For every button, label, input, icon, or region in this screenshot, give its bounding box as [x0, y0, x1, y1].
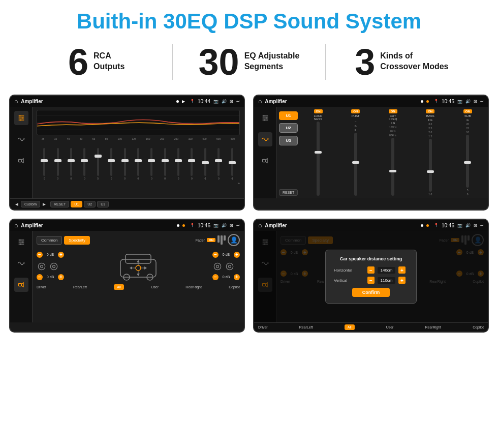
- location-icon: 📍: [190, 99, 195, 103]
- dist-driver-label: Driver: [258, 325, 268, 329]
- slider-63[interactable]: 5: [94, 148, 103, 180]
- label-cutfreq: CUTFREQ: [389, 114, 397, 121]
- home-icon[interactable]: ⌂: [14, 98, 18, 105]
- minus-btn-bl[interactable]: −: [37, 274, 43, 280]
- eq-screen-title: Amplifier: [21, 99, 173, 104]
- channel-bass: ON BASS F G 3.0 2.5 2.0 1.5 1.0: [413, 109, 448, 196]
- prev-button[interactable]: ◄: [14, 201, 19, 207]
- stat-number-eq: 30: [199, 44, 239, 80]
- slider-500[interactable]: 0: [214, 148, 223, 180]
- slider-phat[interactable]: [354, 133, 357, 196]
- minus-btn-tr[interactable]: −: [212, 252, 219, 258]
- status-dot-orange-3: [182, 224, 185, 227]
- confirm-button[interactable]: Confirm: [352, 288, 390, 297]
- back-icon[interactable]: ↩: [236, 99, 240, 104]
- horizontal-value: 140cm: [378, 267, 395, 274]
- fader-sliders: [217, 235, 226, 245]
- status-dot-4: [421, 224, 423, 227]
- camera-icon-3: 📷: [213, 223, 219, 228]
- slider-100[interactable]: 0: [120, 148, 130, 180]
- home-icon-3[interactable]: ⌂: [14, 222, 18, 229]
- cx-left-controls: − 0 dB + − 0 dB +: [37, 252, 64, 280]
- dist-all-btn[interactable]: All: [345, 324, 355, 330]
- back-icon-4[interactable]: ↩: [480, 223, 484, 228]
- stat-rca: 6 RCAOutputs: [30, 44, 162, 80]
- speaker-icon-r2: [225, 261, 235, 272]
- svg-marker-18: [265, 159, 267, 163]
- cx-filter-icon[interactable]: [14, 235, 28, 249]
- svg-point-29: [50, 263, 57, 270]
- eq-filter-icon[interactable]: [14, 111, 28, 125]
- u1-button[interactable]: U1: [71, 201, 82, 207]
- slider-cutfreq[interactable]: [391, 138, 394, 196]
- u3-button[interactable]: U3: [97, 201, 109, 207]
- slider-200[interactable]: 0: [161, 148, 170, 180]
- slider-25[interactable]: 0: [40, 148, 49, 180]
- slider-sub[interactable]: [466, 135, 469, 188]
- slider-400[interactable]: -1: [201, 148, 210, 180]
- cx-right-controls: − 0 dB + − 0 dB +: [212, 252, 240, 280]
- amp-wave-icon[interactable]: [258, 132, 272, 146]
- horizontal-plus[interactable]: +: [398, 266, 406, 274]
- svg-point-22: [19, 240, 21, 241]
- eq-speaker-icon[interactable]: [14, 154, 28, 168]
- u1-btn[interactable]: U1: [279, 111, 298, 120]
- slider-630[interactable]: -1: [228, 148, 237, 180]
- horizontal-minus[interactable]: −: [367, 266, 375, 274]
- db-control-tl: − 0 dB +: [37, 252, 64, 258]
- amp-screen-title: Amplifier: [265, 99, 418, 104]
- amp-filter-icon[interactable]: [258, 111, 272, 125]
- dist-status-bar: ⌂ Amplifier 📍 10:46 📷 🔊 ⊡ ↩: [254, 220, 488, 231]
- svg-marker-40: [137, 260, 140, 262]
- stat-label-eq: EQ AdjustableSegments: [244, 44, 300, 72]
- label-bass: BASS: [426, 114, 434, 117]
- status-dot-3: [177, 224, 179, 227]
- cx-wave-icon[interactable]: [14, 256, 28, 271]
- home-icon-4[interactable]: ⌂: [258, 222, 262, 229]
- minus-btn-br[interactable]: −: [212, 274, 219, 280]
- status-dot-orange: [426, 100, 429, 103]
- vertical-minus[interactable]: −: [367, 277, 375, 284]
- car-diagram: [68, 249, 208, 282]
- tab-specialty[interactable]: Specialty: [64, 236, 89, 245]
- u2-button[interactable]: U2: [84, 201, 96, 207]
- window-icon-3: ⊡: [230, 223, 233, 228]
- stat-label-crossover: Kinds ofCrossover Modes: [380, 44, 448, 72]
- reset-button[interactable]: RESET: [50, 201, 69, 207]
- plus-btn-br[interactable]: +: [234, 274, 240, 280]
- slider-250[interactable]: 0: [174, 148, 183, 180]
- slider-160[interactable]: 0: [147, 148, 156, 180]
- svg-point-14: [263, 115, 265, 117]
- cx-speaker-icon[interactable]: [14, 278, 28, 292]
- dist-user-label: User: [386, 325, 394, 329]
- rearleft-label: RearLeft: [73, 285, 87, 289]
- tab-common[interactable]: Common: [37, 236, 62, 245]
- back-icon-3[interactable]: ↩: [236, 223, 240, 228]
- preset-button[interactable]: Custom: [21, 201, 40, 207]
- u2-btn[interactable]: U2: [279, 123, 298, 133]
- slider-40[interactable]: 0: [67, 148, 76, 180]
- all-btn[interactable]: All: [114, 284, 124, 290]
- svg-rect-17: [262, 159, 265, 162]
- amp-speaker-icon[interactable]: [258, 154, 272, 168]
- home-icon-2[interactable]: ⌂: [258, 98, 262, 105]
- slider-bass[interactable]: [429, 139, 432, 192]
- eq-wave-icon[interactable]: [14, 132, 28, 146]
- u3-btn[interactable]: U3: [279, 136, 298, 145]
- slider-125[interactable]: 0: [134, 148, 143, 180]
- plus-btn-tr[interactable]: +: [234, 252, 240, 258]
- slider-320[interactable]: 0: [187, 148, 196, 180]
- slider-80[interactable]: 0: [107, 148, 116, 180]
- next-button[interactable]: ►: [42, 201, 47, 207]
- slider-50[interactable]: 0: [80, 148, 89, 180]
- vertical-plus[interactable]: +: [398, 277, 406, 284]
- plus-btn-bl[interactable]: +: [58, 274, 64, 280]
- plus-btn-tl[interactable]: +: [58, 252, 64, 258]
- minus-btn-tl[interactable]: −: [37, 252, 43, 258]
- back-icon-2[interactable]: ↩: [480, 99, 484, 104]
- location-icon-4: 📍: [434, 223, 439, 227]
- db-val-tl: 0 dB: [44, 253, 56, 256]
- slider-loudness[interactable]: [317, 122, 320, 196]
- slider-32[interactable]: 0: [53, 148, 63, 180]
- amp-reset-btn[interactable]: RESET: [279, 189, 298, 196]
